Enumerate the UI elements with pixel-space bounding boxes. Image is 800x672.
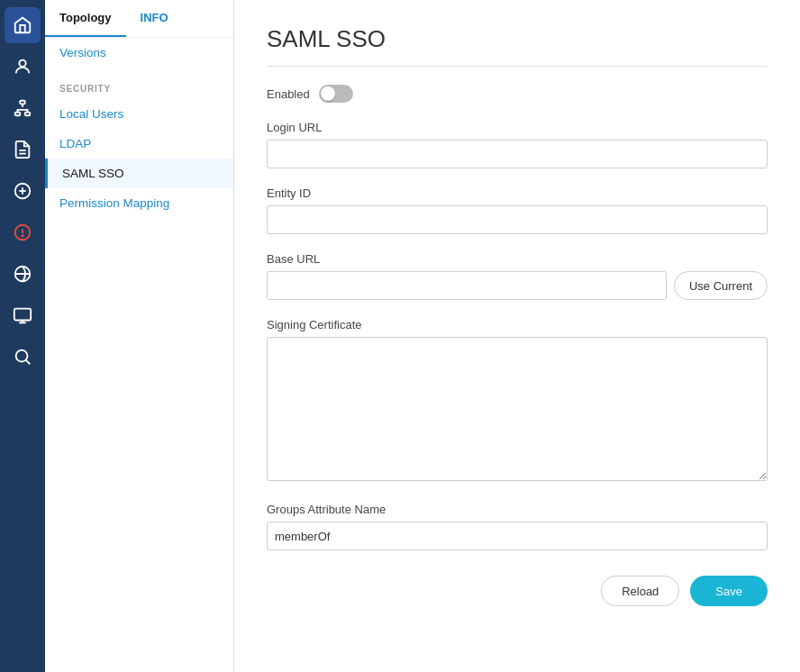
nav-top-tabs: Topology INFO bbox=[45, 0, 233, 38]
svg-rect-13 bbox=[14, 309, 31, 321]
nav-item-ldap[interactable]: LDAP bbox=[45, 129, 233, 159]
action-buttons: Reload Save bbox=[267, 576, 768, 606]
svg-rect-3 bbox=[25, 113, 31, 116]
sidebar-icon-add[interactable] bbox=[5, 173, 41, 209]
enabled-row: Enabled bbox=[267, 85, 768, 103]
svg-rect-1 bbox=[20, 101, 25, 104]
entity-id-group: Entity ID bbox=[267, 186, 768, 234]
sidebar-icon-alert[interactable] bbox=[5, 214, 41, 250]
svg-line-15 bbox=[26, 360, 30, 364]
base-url-label: Base URL bbox=[267, 252, 768, 266]
sidebar-icon-monitor[interactable] bbox=[5, 297, 41, 333]
signing-cert-group: Signing Certificate bbox=[267, 318, 768, 485]
svg-point-14 bbox=[16, 350, 28, 362]
main-content: SAML SSO Enabled Login URL Entity ID Bas… bbox=[234, 0, 800, 672]
page-title: SAML SSO bbox=[267, 25, 768, 67]
nav-tab-topology[interactable]: Topology bbox=[45, 0, 126, 37]
groups-attr-input[interactable] bbox=[267, 522, 768, 550]
use-current-button[interactable]: Use Current bbox=[674, 271, 768, 300]
entity-id-label: Entity ID bbox=[267, 186, 768, 200]
nav-section-security: SECURITY bbox=[45, 68, 233, 99]
nav-sidebar: Topology INFO Versions SECURITY Local Us… bbox=[45, 0, 234, 672]
save-button[interactable]: Save bbox=[690, 576, 768, 606]
base-url-group: Base URL Use Current bbox=[267, 252, 768, 300]
sidebar-icon-user[interactable] bbox=[5, 49, 41, 85]
groups-attr-group: Groups Attribute Name bbox=[267, 503, 768, 550]
signing-cert-label: Signing Certificate bbox=[267, 318, 768, 331]
sidebar-icon-globe[interactable] bbox=[5, 256, 41, 292]
login-url-group: Login URL bbox=[267, 121, 768, 168]
sidebar-icon-search[interactable] bbox=[5, 339, 41, 375]
toggle-knob bbox=[321, 86, 335, 101]
svg-rect-2 bbox=[15, 113, 21, 116]
enabled-label: Enabled bbox=[267, 87, 310, 101]
svg-point-0 bbox=[19, 60, 25, 67]
base-url-input[interactable] bbox=[267, 271, 667, 300]
sidebar-icon-home[interactable] bbox=[5, 7, 41, 43]
sidebar-icon-document[interactable] bbox=[5, 132, 41, 168]
nav-item-versions[interactable]: Versions bbox=[45, 38, 233, 68]
groups-attr-label: Groups Attribute Name bbox=[267, 503, 768, 516]
nav-tab-info[interactable]: INFO bbox=[126, 0, 183, 37]
entity-id-input[interactable] bbox=[267, 205, 768, 234]
base-url-row: Use Current bbox=[267, 271, 768, 300]
login-url-input[interactable] bbox=[267, 140, 768, 168]
reload-button[interactable]: Reload bbox=[601, 576, 679, 606]
nav-item-permission-mapping[interactable]: Permission Mapping bbox=[45, 188, 233, 218]
login-url-label: Login URL bbox=[267, 121, 768, 134]
sidebar-icon-network[interactable] bbox=[5, 90, 41, 126]
svg-point-11 bbox=[22, 235, 23, 236]
enabled-toggle[interactable] bbox=[319, 85, 353, 103]
icon-sidebar bbox=[0, 0, 45, 672]
nav-item-local-users[interactable]: Local Users bbox=[45, 99, 233, 129]
signing-cert-textarea[interactable] bbox=[267, 337, 768, 481]
nav-item-saml-sso[interactable]: SAML SSO bbox=[45, 159, 233, 188]
